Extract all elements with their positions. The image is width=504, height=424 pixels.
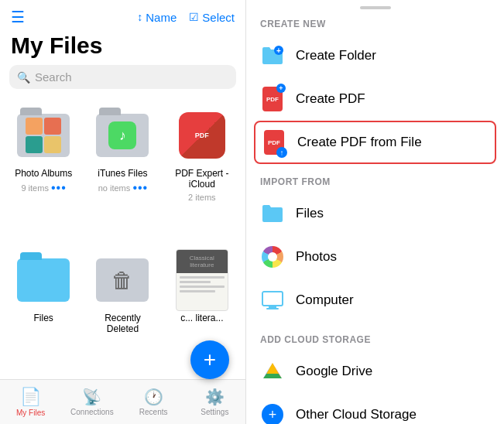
itunes-inner: ♪ xyxy=(108,121,136,149)
pdf-label: PDF xyxy=(195,132,209,139)
import-photos-icon xyxy=(260,244,285,269)
photo-thumb xyxy=(26,136,43,153)
import-computer-text: Computer xyxy=(296,292,354,308)
file-count: 9 items xyxy=(21,183,48,193)
pdf-expert-icon-wrap: PDF xyxy=(174,108,230,163)
left-panel: ☰ ↕ Name ☑ Select My Files 🔍 Search xyxy=(0,0,246,424)
top-toolbar: ☰ ↕ Name ☑ Select xyxy=(0,0,245,31)
import-computer-icon xyxy=(260,288,285,313)
file-name: Files xyxy=(33,313,53,323)
folder-icon xyxy=(17,114,70,157)
google-drive-item[interactable]: Google Drive xyxy=(246,350,504,393)
right-panel: CREATE NEW + Create Folder PDF + Create … xyxy=(246,0,504,424)
more-button[interactable]: ••• xyxy=(52,181,66,195)
file-meta: 2 items xyxy=(188,193,215,202)
sort-name-button[interactable]: ↕ Name xyxy=(137,11,177,24)
file-name: iTunes Files xyxy=(98,168,147,179)
tab-recents-label: Recents xyxy=(139,408,168,416)
scroll-indicator xyxy=(360,6,391,9)
document-thumbnail: Classical literature xyxy=(176,249,228,311)
music-icon: ♪ xyxy=(119,128,126,144)
doc-line xyxy=(180,276,225,279)
files-icon-wrap xyxy=(15,252,71,308)
folder-icon xyxy=(17,258,70,302)
doc-line xyxy=(180,281,211,283)
trash-icon: 🗑 xyxy=(111,268,133,293)
import-files-item[interactable]: Files xyxy=(246,192,504,235)
pdf-text: PDF xyxy=(266,96,279,103)
fab-button[interactable]: + xyxy=(190,340,229,379)
create-pdf-from-file-icon: PDF ↑ xyxy=(262,130,286,155)
file-name: Recently Deleted xyxy=(88,313,156,335)
section-cloud-label: ADD CLOUD STORAGE xyxy=(246,328,504,350)
search-bar[interactable]: 🔍 Search xyxy=(9,65,236,89)
folder-plus-svg: + xyxy=(261,46,284,66)
tab-connections[interactable]: 📡 Connections xyxy=(61,380,122,424)
file-meta: 9 items ••• xyxy=(21,181,65,195)
import-files-text: Files xyxy=(296,206,324,221)
tab-my-files[interactable]: 📄 My Files xyxy=(0,380,61,424)
other-cloud-text: Other Cloud Storage xyxy=(296,407,417,422)
svg-rect-4 xyxy=(266,308,279,309)
google-drive-icon xyxy=(260,359,285,384)
photos-color-wheel xyxy=(262,246,283,268)
create-folder-item[interactable]: + Create Folder xyxy=(246,34,504,77)
create-pdf-icon: PDF + xyxy=(260,87,285,111)
file-count: 2 items xyxy=(188,193,215,202)
folder-icon: ♪ xyxy=(96,114,149,157)
more-button[interactable]: ••• xyxy=(133,181,147,195)
pdf-expert-app-icon: PDF xyxy=(179,112,225,159)
create-pdf-from-file-item[interactable]: PDF ↑ Create PDF from File xyxy=(254,121,496,164)
arrow-badge: ↑ xyxy=(276,147,287,158)
file-meta: no items ••• xyxy=(98,181,148,195)
list-icon-button[interactable]: ☰ xyxy=(11,8,25,26)
recents-icon: 🕐 xyxy=(144,388,163,406)
doc-top-text: Classical literature xyxy=(177,253,228,270)
tab-settings[interactable]: ⚙️ Settings xyxy=(184,380,245,424)
select-label: Select xyxy=(202,11,235,24)
section-import-label: IMPORT FROM xyxy=(246,170,504,192)
trash-icon-wrap: 🗑 xyxy=(94,252,150,308)
sort-icon: ↕ xyxy=(137,11,142,23)
search-placeholder: Search xyxy=(35,70,72,84)
document-icon-wrap: Classical literature xyxy=(174,252,230,308)
page-title: My Files xyxy=(0,31,245,65)
select-button[interactable]: ☑ Select xyxy=(189,11,235,24)
photo-albums-icon-wrap xyxy=(15,108,71,163)
import-photos-text: Photos xyxy=(296,249,337,265)
pdf-text: PDF xyxy=(268,139,280,146)
doc-line xyxy=(180,290,215,292)
tab-settings-label: Settings xyxy=(201,408,228,416)
files-folder-svg xyxy=(261,203,284,224)
tab-recents[interactable]: 🕐 Recents xyxy=(123,380,184,424)
photo-thumb xyxy=(44,118,61,135)
svg-rect-3 xyxy=(269,306,276,308)
photos-wheel-center xyxy=(268,252,277,262)
file-name: c... litera... xyxy=(180,313,223,323)
more-icon: ••• xyxy=(51,182,67,194)
scroll-indicator-area xyxy=(246,0,504,12)
file-name: Photo Albums xyxy=(15,168,72,179)
list-item[interactable]: PDF PDF Expert - iCloud 2 items xyxy=(163,100,241,243)
settings-icon: ⚙️ xyxy=(205,388,225,406)
my-files-icon: 📄 xyxy=(20,387,41,407)
create-folder-text: Create Folder xyxy=(296,48,376,63)
import-computer-item[interactable]: Computer xyxy=(246,279,504,322)
file-count: no items xyxy=(98,183,131,193)
bottom-tabs: 📄 My Files 📡 Connections 🕐 Recents ⚙️ Se… xyxy=(0,379,245,424)
svg-text:+: + xyxy=(276,46,281,55)
more-icon: ••• xyxy=(132,182,148,194)
import-photos-item[interactable]: Photos xyxy=(246,235,504,279)
list-item[interactable]: Photo Albums 9 items ••• xyxy=(5,100,82,243)
computer-svg xyxy=(261,290,284,310)
tab-connections-label: Connections xyxy=(70,408,114,416)
search-icon: 🔍 xyxy=(17,71,30,84)
list-item[interactable]: Files xyxy=(5,244,82,376)
list-item[interactable]: 🗑 Recently Deleted xyxy=(84,244,161,376)
other-cloud-item[interactable]: + Other Cloud Storage xyxy=(246,393,504,424)
svg-marker-7 xyxy=(263,374,282,378)
plus-icon: + xyxy=(204,347,216,372)
list-item[interactable]: ♪ iTunes Files no items ••• xyxy=(84,100,161,243)
svg-rect-2 xyxy=(262,292,283,306)
create-pdf-item[interactable]: PDF + Create PDF xyxy=(246,77,504,121)
